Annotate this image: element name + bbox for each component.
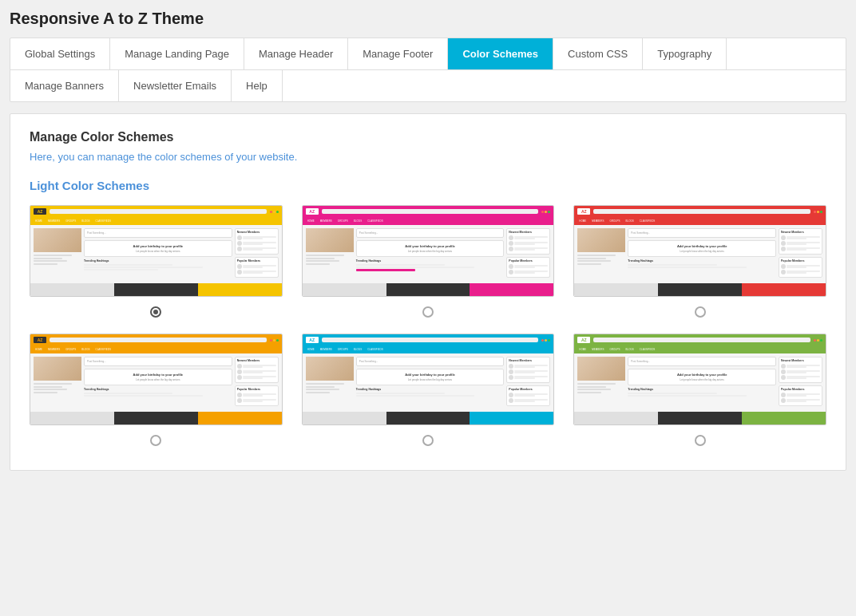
scheme-item-2: AZ HOME MEMBERS GROUPS <box>302 205 555 318</box>
tab-manage-landing-page[interactable]: Manage Landing Page <box>110 38 244 69</box>
scheme-radio-6[interactable] <box>695 435 706 446</box>
scheme-radio-4[interactable] <box>150 435 161 446</box>
scheme-radio-3[interactable] <box>695 306 706 318</box>
section-title: Manage Color Schemes <box>30 130 826 144</box>
scheme-radio-2[interactable] <box>422 306 434 318</box>
tab-help[interactable]: Help <box>232 70 283 101</box>
page-title: Responsive A to Z Theme <box>10 10 846 28</box>
tab-custom-css[interactable]: Custom CSS <box>553 38 643 69</box>
scheme-preview-6[interactable]: AZ HOME MEMBERS GROUPS <box>573 334 826 425</box>
tab-manage-header[interactable]: Manage Header <box>244 38 348 69</box>
section-subtitle: Here, you can manage the color schemes o… <box>30 151 826 163</box>
tab-newsletter-emails[interactable]: Newsletter Emails <box>119 70 232 101</box>
scheme-preview-5[interactable]: AZ HOME MEMBERS GROUPS <box>302 334 555 425</box>
scheme-item-5: AZ HOME MEMBERS GROUPS <box>302 334 555 446</box>
schemes-grid: AZ HOME MEMBERS GROUPS <box>30 205 826 446</box>
scheme-preview-1[interactable]: AZ HOME MEMBERS GROUPS <box>30 205 283 297</box>
scheme-item-3: AZ HOME MEMBERS GROUPS <box>573 205 826 318</box>
scheme-preview-3[interactable]: AZ HOME MEMBERS GROUPS <box>573 205 826 297</box>
tab-manage-banners[interactable]: Manage Banners <box>10 70 119 101</box>
scheme-item-4: AZ HOME MEMBERS GROUPS <box>30 334 283 446</box>
scheme-item-6: AZ HOME MEMBERS GROUPS <box>573 334 826 446</box>
scheme-radio-5[interactable] <box>422 435 434 446</box>
tab-global-settings[interactable]: Global Settings <box>10 38 110 69</box>
tab-color-schemes[interactable]: Color Schemes <box>448 38 553 69</box>
tab-manage-footer[interactable]: Manage Footer <box>348 38 448 69</box>
tabs-container: Global Settings Manage Landing Page Mana… <box>10 38 846 102</box>
scheme-preview-4[interactable]: AZ HOME MEMBERS GROUPS <box>30 334 283 425</box>
scheme-item-1: AZ HOME MEMBERS GROUPS <box>30 205 283 318</box>
tabs-row-1: Global Settings Manage Landing Page Mana… <box>10 38 846 70</box>
scheme-radio-1[interactable] <box>150 306 161 318</box>
tabs-row-2: Manage Banners Newsletter Emails Help <box>10 70 846 101</box>
scheme-preview-2[interactable]: AZ HOME MEMBERS GROUPS <box>302 205 555 297</box>
content-panel: Manage Color Schemes Here, you can manag… <box>10 113 846 471</box>
light-schemes-title: Light Color Schemes <box>30 179 826 192</box>
tab-typography[interactable]: Typography <box>643 38 727 69</box>
